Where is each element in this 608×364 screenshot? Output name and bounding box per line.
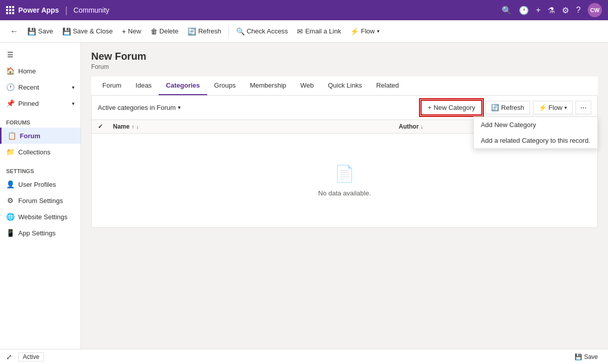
website-settings-icon: 🌐 bbox=[6, 213, 14, 221]
flow-chevron-icon: ▾ bbox=[377, 28, 379, 34]
collections-icon: 📁 bbox=[6, 148, 14, 156]
app-name: Power Apps bbox=[18, 6, 59, 14]
sidebar-item-user-profiles[interactable]: 👤 User Profiles bbox=[0, 176, 81, 192]
table-flow-button[interactable]: ⚡ Flow ▾ bbox=[533, 101, 573, 114]
top-nav-actions: 🔍 🕐 + ⚗ ⚙ ? CW bbox=[502, 3, 602, 17]
filter-label: Active categories in Forum ▾ bbox=[98, 104, 181, 111]
tab-groups[interactable]: Groups bbox=[207, 76, 243, 95]
command-bar: ← 💾 Save 💾 Save & Close + New 🗑 Delete 🔄… bbox=[0, 20, 608, 43]
recent-icon[interactable]: 🕐 bbox=[519, 6, 529, 15]
app-launcher-icon[interactable] bbox=[6, 6, 14, 14]
delete-icon: 🗑 bbox=[150, 27, 158, 35]
table-refresh-icon: 🔄 bbox=[491, 104, 499, 111]
check-access-icon: 🔍 bbox=[236, 27, 245, 35]
sidebar-menu-toggle[interactable]: ☰ bbox=[0, 47, 81, 63]
home-icon: 🏠 bbox=[6, 67, 14, 75]
sidebar-item-forum-settings[interactable]: ⚙ Forum Settings bbox=[0, 192, 81, 209]
flow-button[interactable]: ⚡ Flow ▾ bbox=[346, 25, 383, 37]
table-container: Active categories in Forum ▾ + New Categ… bbox=[91, 96, 598, 228]
help-icon[interactable]: ? bbox=[576, 6, 581, 15]
sidebar-item-app-settings[interactable]: 📱 App Settings bbox=[0, 225, 81, 241]
sidebar-item-collections[interactable]: 📁 Collections bbox=[0, 144, 81, 160]
add-icon[interactable]: + bbox=[536, 6, 541, 15]
top-navigation: Power Apps | Community 🔍 🕐 + ⚗ ⚙ ? CW bbox=[0, 0, 608, 20]
pinned-icon: 📌 bbox=[6, 99, 14, 107]
back-button[interactable]: ← bbox=[6, 25, 22, 38]
sidebar-item-pinned[interactable]: 📌 Pinned ▾ bbox=[0, 95, 81, 111]
forums-section-header: Forums bbox=[0, 115, 81, 128]
name-sort-asc-icon: ↑ bbox=[132, 124, 134, 130]
status-save-icon: 💾 bbox=[575, 353, 582, 360]
tab-quick-links[interactable]: Quick Links bbox=[321, 76, 369, 95]
sidebar-user-profiles-label: User Profiles bbox=[18, 181, 56, 188]
save-close-icon: 💾 bbox=[62, 27, 71, 35]
delete-button[interactable]: 🗑 Delete bbox=[146, 25, 183, 37]
sidebar-forum-label: Forum bbox=[20, 132, 40, 140]
sidebar-item-website-settings[interactable]: 🌐 Website Settings bbox=[0, 209, 81, 225]
page-title: New Forum bbox=[91, 51, 598, 62]
tab-forum[interactable]: Forum bbox=[95, 76, 129, 95]
table-more-button[interactable]: ⋯ bbox=[576, 101, 591, 114]
dropdown-item-add-related[interactable]: Add a related Category to this record. bbox=[474, 133, 597, 148]
menu-icon: ☰ bbox=[6, 51, 14, 59]
page-subtitle: Forum bbox=[91, 63, 598, 70]
table-refresh-button[interactable]: 🔄 Refresh bbox=[485, 101, 530, 114]
table-flow-chevron-icon: ▾ bbox=[564, 105, 567, 110]
email-link-button[interactable]: ✉ Email a Link bbox=[293, 25, 345, 37]
name-sort-desc-icon[interactable]: ↓ bbox=[136, 124, 139, 130]
empty-document-icon: 📄 bbox=[334, 164, 355, 183]
sidebar: ☰ 🏠 Home 🕐 Recent ▾ 📌 Pinned ▾ Forums 📋 … bbox=[0, 43, 81, 349]
status-bar: ⤢ Active 💾 Save bbox=[0, 349, 608, 364]
filter-icon[interactable]: ⚗ bbox=[548, 6, 555, 15]
sidebar-item-recent[interactable]: 🕐 Recent ▾ bbox=[0, 79, 81, 95]
column-checkbox[interactable]: ✓ bbox=[98, 123, 113, 130]
forum-icon: 📋 bbox=[8, 132, 16, 140]
tab-content-wrapper: Forum Ideas Categories Groups Membership… bbox=[91, 76, 598, 228]
save-close-button[interactable]: 💾 Save & Close bbox=[58, 25, 117, 37]
sidebar-recent-label: Recent bbox=[18, 84, 39, 91]
filter-chevron-icon[interactable]: ▾ bbox=[178, 104, 181, 111]
dropdown-item-add-new[interactable]: Add New Category bbox=[474, 117, 597, 133]
tab-categories[interactable]: Categories bbox=[159, 76, 207, 95]
column-name[interactable]: Name ↑ ↓ bbox=[113, 123, 399, 130]
nav-divider: | bbox=[65, 5, 67, 16]
new-button[interactable]: + New bbox=[118, 25, 145, 37]
sidebar-item-forum[interactable]: 📋 Forum bbox=[0, 128, 81, 144]
tab-web[interactable]: Web bbox=[293, 76, 321, 95]
new-category-plus-icon: + bbox=[428, 104, 432, 111]
empty-text: No data available. bbox=[318, 189, 371, 197]
refresh-icon: 🔄 bbox=[187, 27, 196, 35]
author-sort-icon: ↓ bbox=[421, 124, 423, 130]
status-expand-icon[interactable]: ⤢ bbox=[6, 353, 12, 361]
recent-nav-icon: 🕐 bbox=[6, 83, 14, 91]
environment-name: Community bbox=[73, 6, 109, 14]
email-icon: ✉ bbox=[297, 27, 303, 35]
check-access-button[interactable]: 🔍 Check Access bbox=[232, 25, 292, 37]
separator bbox=[229, 25, 229, 37]
tab-bar: Forum Ideas Categories Groups Membership… bbox=[91, 76, 598, 96]
sidebar-item-home[interactable]: 🏠 Home bbox=[0, 63, 81, 79]
save-button[interactable]: 💾 Save bbox=[23, 25, 57, 37]
sidebar-app-settings-label: App Settings bbox=[18, 229, 56, 237]
sidebar-home-label: Home bbox=[18, 67, 36, 75]
search-icon[interactable]: 🔍 bbox=[502, 6, 512, 15]
content-area: New Forum Forum Forum Ideas Categories G… bbox=[81, 43, 608, 349]
settings-icon[interactable]: ⚙ bbox=[562, 6, 569, 15]
status-save-button[interactable]: 💾 Save bbox=[571, 352, 602, 361]
tab-related[interactable]: Related bbox=[369, 76, 406, 95]
status-badge: Active bbox=[18, 352, 44, 361]
forum-settings-icon: ⚙ bbox=[6, 196, 14, 205]
new-icon: + bbox=[122, 27, 126, 35]
tab-ideas[interactable]: Ideas bbox=[129, 76, 159, 95]
sidebar-pinned-label: Pinned bbox=[18, 100, 39, 107]
new-category-button[interactable]: + New Category bbox=[421, 100, 482, 115]
user-avatar[interactable]: CW bbox=[588, 3, 602, 17]
app-logo: Power Apps bbox=[18, 6, 59, 14]
refresh-button[interactable]: 🔄 Refresh bbox=[183, 25, 225, 37]
tab-membership[interactable]: Membership bbox=[243, 76, 293, 95]
sidebar-forum-settings-label: Forum Settings bbox=[18, 197, 63, 205]
user-profiles-icon: 👤 bbox=[6, 180, 14, 188]
app-settings-icon: 📱 bbox=[6, 229, 14, 237]
recent-expand-icon: ▾ bbox=[72, 85, 74, 90]
main-layout: ☰ 🏠 Home 🕐 Recent ▾ 📌 Pinned ▾ Forums 📋 … bbox=[0, 43, 608, 349]
